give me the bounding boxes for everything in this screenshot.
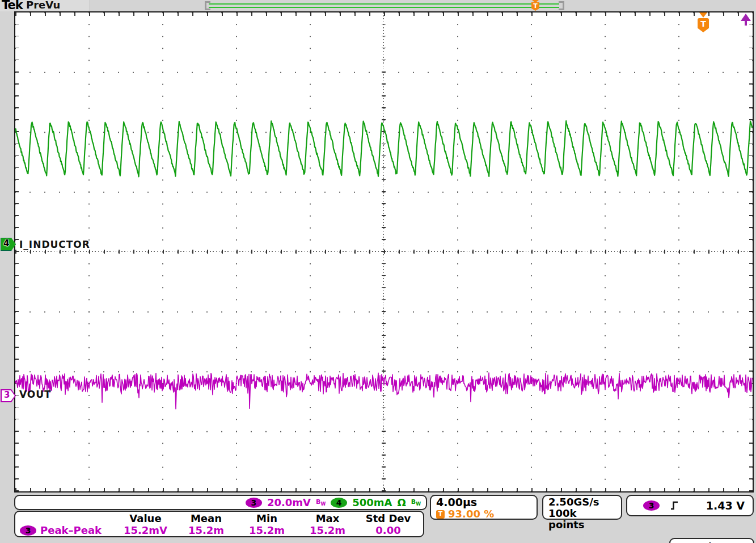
measurement-header-value: Value xyxy=(115,512,176,524)
measurement-readout-box: Value Mean Min Max Std Dev 3 Peak–Peak 1… xyxy=(14,511,424,537)
arrow-stem xyxy=(745,20,747,26)
ch4-waveform-label: I_INDUCTOR xyxy=(19,239,90,250)
rising-edge-slope-icon xyxy=(670,500,679,511)
trigger-position-badge-icon: T xyxy=(436,510,445,519)
measurement-stddev: 0.00 xyxy=(358,524,419,536)
measurement-name: Peak–Peak xyxy=(40,524,102,536)
ch3-bandwidth-limit-icon: BW xyxy=(316,498,326,507)
measurement-header-min: Min xyxy=(236,512,297,524)
acquisition-settings-box[interactable]: 2.50GS/s 100k points xyxy=(542,495,622,520)
measurement-max: 15.2m xyxy=(297,524,358,536)
record-length: 100k points xyxy=(548,508,616,531)
tek-logo: Tek xyxy=(2,0,23,12)
measurement-min: 15.2m xyxy=(236,524,297,536)
trigger-level-value: 1.43 V xyxy=(706,499,745,512)
top-bar: Tek PreVu T xyxy=(0,0,756,11)
oscilloscope-screen: Tek PreVu T I_INDUCTOR VOUT T xyxy=(0,0,756,543)
measurement-row-label: 3 Peak–Peak xyxy=(20,524,115,536)
ch4-marker-number: 4 xyxy=(3,238,9,249)
ch3-vertical-scale[interactable]: 20.0mV xyxy=(267,496,311,508)
trigger-position-marker-icon[interactable]: T xyxy=(698,12,709,34)
ch3-trigger-level-offscreen-arrow-icon xyxy=(741,14,751,26)
channel-settings-bar: 3 20.0mV BW 4 500mA Ω BW xyxy=(14,495,427,510)
trigger-marker-body: T xyxy=(698,18,709,32)
record-view-right-bracket xyxy=(559,1,564,10)
ch4-coupling-ohm: Ω xyxy=(397,496,406,508)
measurement-header-mean: Mean xyxy=(176,512,236,524)
waveform-canvas xyxy=(15,12,753,491)
trigger-source-badge: 3 xyxy=(643,500,660,511)
ch4-badge[interactable]: 4 xyxy=(331,498,347,508)
sample-rate: 2.50GS/s xyxy=(548,496,616,508)
measurement-source-badge: 3 xyxy=(20,525,36,536)
record-view-bar[interactable] xyxy=(209,3,559,8)
trigger-settings-box[interactable]: 3 1.43 V xyxy=(626,495,754,516)
ch4-ground-marker[interactable]: 4 xyxy=(1,238,16,251)
ch4-bandwidth-limit-icon: BW xyxy=(411,498,421,507)
measurement-header-max: Max xyxy=(297,512,358,524)
measurement-header-stddev: Std Dev xyxy=(358,512,419,524)
measurement-corner-spacer xyxy=(20,512,115,524)
ch3-badge[interactable]: 3 xyxy=(246,498,262,508)
ch4-vertical-scale[interactable]: 500mA xyxy=(352,496,392,508)
trigger-marker-point-icon xyxy=(699,12,707,18)
ch3-marker-number: 3 xyxy=(4,390,10,400)
ch4-waveform xyxy=(15,121,753,176)
graticule-area[interactable]: I_INDUCTOR VOUT T xyxy=(14,11,754,493)
trigger-position-percent: 93.00 % xyxy=(448,508,494,520)
measurement-mean: 15.2m xyxy=(176,524,236,536)
ch3-ground-marker[interactable]: 3 xyxy=(1,389,16,402)
ch3-waveform xyxy=(15,373,753,409)
date-box: 24 Feb 2020 xyxy=(669,538,754,543)
ch3-waveform-label: VOUT xyxy=(19,389,52,400)
record-view-trigger-position-icon[interactable]: T xyxy=(531,0,540,11)
timebase-scale: 4.00µs xyxy=(436,496,531,508)
measurement-value: 15.2mV xyxy=(115,524,176,536)
trigger-flag-body: T xyxy=(531,2,539,11)
logo-strip: Tek PreVu xyxy=(0,0,90,11)
acquisition-mode-label: PreVu xyxy=(26,0,60,11)
horizontal-settings-box[interactable]: 4.00µs T 93.00 % xyxy=(430,495,538,520)
